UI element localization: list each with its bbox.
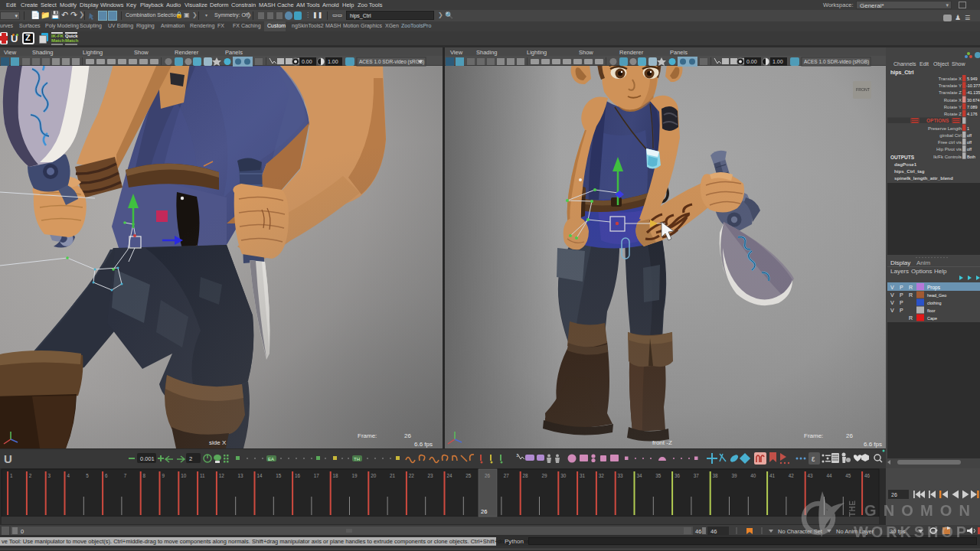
svg-text:18: 18	[333, 473, 339, 478]
svg-text:hips_Ctrl: hips_Ctrl	[890, 70, 913, 76]
svg-text:ACES 1.0 SDR-video (sRGB): ACES 1.0 SDR-video (sRGB)	[804, 59, 869, 65]
svg-text:44: 44	[826, 473, 832, 478]
svg-text:16: 16	[295, 473, 301, 478]
svg-text:4.176: 4.176	[967, 112, 978, 116]
svg-text:WORKSHOP: WORKSHOP	[854, 523, 966, 540]
svg-text:THE: THE	[848, 500, 857, 517]
svg-text:Translate X: Translate X	[939, 77, 962, 81]
svg-text:46: 46	[710, 528, 717, 535]
svg-text:28: 28	[523, 473, 529, 478]
svg-text:9: 9	[162, 473, 165, 478]
svg-text:Translate Y: Translate Y	[939, 83, 962, 88]
svg-text:1.00: 1.00	[328, 59, 338, 64]
svg-text:38: 38	[713, 473, 719, 478]
svg-text:-10.377: -10.377	[966, 83, 980, 88]
svg-text:26: 26	[485, 473, 491, 478]
svg-text:-41.135: -41.135	[966, 90, 980, 95]
svg-text:Layers: Layers	[890, 268, 909, 275]
svg-text:35: 35	[655, 473, 662, 478]
svg-text:clothing: clothing	[927, 301, 942, 305]
svg-text:0.00: 0.00	[302, 59, 312, 64]
svg-text:TH: TH	[354, 457, 360, 461]
svg-text:dagPose1: dagPose1	[894, 161, 917, 167]
svg-text:43: 43	[808, 473, 814, 478]
svg-text:14: 14	[256, 473, 263, 478]
svg-text:R: R	[909, 285, 913, 290]
svg-text:Help: Help	[934, 268, 947, 275]
svg-text:P: P	[900, 292, 903, 298]
svg-text:24: 24	[446, 473, 452, 478]
svg-text:1.00: 1.00	[773, 59, 783, 64]
svg-text:6: 6	[105, 473, 108, 478]
svg-text:Props: Props	[927, 285, 941, 291]
svg-text:22: 22	[409, 473, 415, 478]
svg-text:19: 19	[351, 473, 358, 478]
svg-text:V: V	[890, 300, 894, 305]
svg-text:45: 45	[845, 473, 851, 478]
svg-text:26: 26	[481, 508, 487, 515]
svg-text:R: R	[909, 292, 913, 298]
svg-text:17: 17	[314, 473, 320, 478]
svg-text:hips_Ctrl_tag: hips_Ctrl_tag	[894, 168, 925, 174]
svg-text:34: 34	[636, 473, 642, 478]
svg-text:V: V	[890, 308, 894, 313]
svg-text:Rotate X: Rotate X	[944, 98, 962, 103]
svg-text:EA: EA	[268, 457, 274, 461]
svg-text:2: 2	[189, 455, 192, 462]
svg-text:ε: ε	[812, 455, 815, 463]
svg-text:Anim: Anim	[916, 259, 931, 266]
svg-text:OUTPUTS: OUTPUTS	[890, 155, 915, 160]
svg-text:off: off	[967, 140, 972, 145]
svg-text:0.001: 0.001	[140, 455, 155, 462]
svg-text:8: 8	[143, 473, 146, 478]
svg-text:30: 30	[560, 473, 567, 478]
svg-text:41: 41	[769, 473, 776, 478]
svg-text:30.674: 30.674	[967, 98, 980, 103]
svg-text:P: P	[900, 300, 903, 305]
svg-text:3: 3	[48, 473, 51, 478]
svg-text:head_Geo: head_Geo	[927, 293, 946, 298]
svg-text:floor: floor	[927, 308, 936, 313]
svg-text:Rotate Z: Rotate Z	[944, 112, 962, 116]
svg-text:Preserve Length: Preserve Length	[928, 126, 962, 131]
svg-text:23: 23	[428, 473, 434, 478]
svg-text:42: 42	[789, 473, 795, 478]
svg-text:11: 11	[200, 473, 205, 478]
svg-text:10: 10	[181, 473, 187, 478]
svg-text:7: 7	[124, 473, 127, 478]
svg-text:ACES 1.0 SDR-video (sRGB): ACES 1.0 SDR-video (sRGB)	[359, 59, 424, 65]
svg-text:13: 13	[238, 473, 244, 478]
svg-text:5: 5	[86, 473, 89, 478]
svg-text:Ik/Fk Controls: Ik/Fk Controls	[933, 155, 962, 159]
svg-text:P: P	[900, 285, 903, 290]
svg-text:39: 39	[731, 473, 737, 478]
svg-text:Both: Both	[967, 155, 975, 159]
svg-text:33: 33	[618, 473, 624, 478]
svg-text:Hip Pivot vis: Hip Pivot vis	[936, 147, 962, 152]
svg-text:Options: Options	[911, 268, 933, 275]
svg-text:25: 25	[466, 473, 472, 478]
svg-text:Rotate Y: Rotate Y	[944, 105, 962, 109]
svg-text:Channels: Channels	[893, 61, 916, 67]
svg-text:Object: Object	[933, 61, 949, 67]
svg-text:spineIk_length_attr_blend: spineIk_length_attr_blend	[894, 175, 953, 181]
svg-text:46: 46	[695, 528, 701, 535]
svg-text:OPTIONS: OPTIONS	[926, 118, 949, 123]
svg-text:5.949: 5.949	[967, 77, 978, 81]
svg-text:Translate Z: Translate Z	[939, 90, 962, 95]
svg-text:40: 40	[750, 473, 756, 478]
svg-text:1: 1	[967, 126, 969, 131]
svg-text:Cape: Cape	[927, 316, 937, 321]
svg-text:V: V	[890, 292, 894, 298]
svg-text:P: P	[900, 308, 903, 313]
svg-text:0: 0	[21, 528, 24, 535]
svg-text:GNOMON: GNOMON	[864, 502, 970, 519]
svg-text:32: 32	[599, 473, 605, 478]
svg-text:46: 46	[864, 473, 871, 478]
svg-text:31: 31	[580, 473, 586, 478]
svg-text:36: 36	[675, 473, 681, 478]
svg-text:Display: Display	[890, 259, 910, 266]
svg-text:V: V	[890, 285, 894, 290]
svg-text:1: 1	[10, 473, 13, 478]
svg-text:Show: Show	[952, 61, 965, 67]
